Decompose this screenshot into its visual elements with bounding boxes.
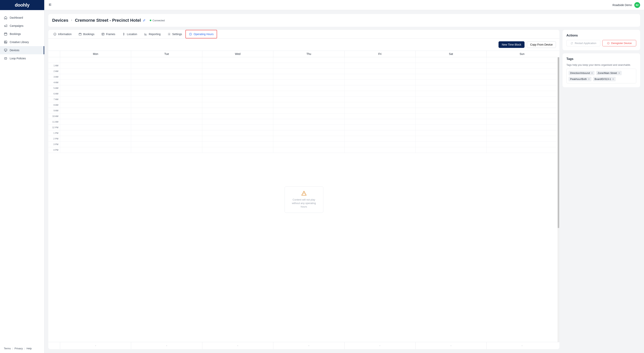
tags-input[interactable]: Direction/Inbound✕Zone/Main Street✕Peakh… <box>566 69 636 84</box>
hour-cell[interactable] <box>60 74 131 80</box>
hour-cell[interactable] <box>131 68 202 74</box>
hour-cell[interactable] <box>202 114 273 119</box>
hour-cell[interactable] <box>60 114 131 119</box>
avatar[interactable]: BZ <box>634 2 640 8</box>
tab-information[interactable]: Information <box>50 30 75 38</box>
copy-from-device-button[interactable]: Copy From Device <box>527 41 556 48</box>
nav-loop-policies[interactable]: Loop Policies <box>0 54 44 62</box>
hour-cell[interactable] <box>60 85 131 91</box>
hour-cell[interactable] <box>273 108 344 113</box>
hour-cell[interactable] <box>131 136 202 142</box>
hour-cell[interactable] <box>344 136 415 142</box>
hour-cell[interactable] <box>486 114 558 119</box>
hour-cell[interactable] <box>344 125 415 130</box>
hour-cell[interactable] <box>202 130 273 136</box>
hour-cell[interactable] <box>344 119 415 124</box>
nav-devices[interactable]: Devices <box>0 46 44 54</box>
hour-cell[interactable] <box>131 63 202 68</box>
hour-cell[interactable] <box>486 130 558 136</box>
hour-cell[interactable] <box>273 147 344 153</box>
hour-cell[interactable] <box>131 108 202 113</box>
hour-cell[interactable] <box>486 142 558 147</box>
hour-cell[interactable] <box>60 96 131 102</box>
scrollbar[interactable] <box>558 57 560 342</box>
hour-cell[interactable] <box>486 147 558 153</box>
hour-cell[interactable] <box>202 80 273 85</box>
schedule-grid[interactable]: 1 AM2 AM3 AM4 AM5 AM6 AM7 AM8 AM9 AM10 A… <box>48 57 560 342</box>
hour-cell[interactable] <box>60 108 131 113</box>
nav-dashboard[interactable]: Dashboard <box>0 14 44 22</box>
hour-cell[interactable] <box>486 63 558 68</box>
hour-cell[interactable] <box>415 96 486 102</box>
hour-cell[interactable] <box>486 108 558 113</box>
tab-location[interactable]: Location <box>119 30 141 38</box>
account-name[interactable]: Roadside Demo <box>612 4 632 6</box>
nav-bookings[interactable]: Bookings <box>0 30 44 38</box>
hour-cell[interactable] <box>202 142 273 147</box>
hour-cell[interactable] <box>131 85 202 91</box>
tab-reporting[interactable]: Reporting <box>141 30 164 38</box>
nav-creative-library[interactable]: Creative Library <box>0 38 44 46</box>
hour-cell[interactable] <box>131 142 202 147</box>
tab-settings[interactable]: Settings <box>164 30 186 38</box>
hour-cell[interactable] <box>273 96 344 102</box>
hour-cell[interactable] <box>202 125 273 130</box>
tab-bookings[interactable]: Bookings <box>75 30 98 38</box>
tab-operating-hours[interactable]: Operating Hours <box>186 30 217 38</box>
hour-cell[interactable] <box>415 136 486 142</box>
hour-cell[interactable] <box>131 91 202 96</box>
hour-cell[interactable] <box>202 85 273 91</box>
hour-cell[interactable] <box>486 68 558 74</box>
nav-campaigns[interactable]: Campaigns <box>0 22 44 30</box>
hour-cell[interactable] <box>415 85 486 91</box>
hour-cell[interactable] <box>415 63 486 68</box>
hour-cell[interactable] <box>60 147 131 153</box>
hour-cell[interactable] <box>273 80 344 85</box>
hour-cell[interactable] <box>344 96 415 102</box>
hour-cell[interactable] <box>273 102 344 108</box>
hour-cell[interactable] <box>273 114 344 119</box>
hour-cell[interactable] <box>273 63 344 68</box>
hour-cell[interactable] <box>344 68 415 74</box>
hour-cell[interactable] <box>60 130 131 136</box>
tag-remove-icon[interactable]: ✕ <box>618 72 620 74</box>
hour-cell[interactable] <box>415 125 486 130</box>
hour-cell[interactable] <box>273 85 344 91</box>
hour-cell[interactable] <box>60 136 131 142</box>
hour-cell[interactable] <box>273 142 344 147</box>
footer-terms[interactable]: Terms <box>4 347 11 350</box>
hour-cell[interactable] <box>415 114 486 119</box>
hour-cell[interactable] <box>415 68 486 74</box>
hour-cell[interactable] <box>273 119 344 124</box>
deregister-device-button[interactable]: Deregister Device <box>602 40 636 46</box>
hour-cell[interactable] <box>202 63 273 68</box>
hour-cell[interactable] <box>415 130 486 136</box>
hour-cell[interactable] <box>344 91 415 96</box>
hour-cell[interactable] <box>415 102 486 108</box>
logo[interactable]: doohly <box>0 0 44 10</box>
hour-cell[interactable] <box>486 102 558 108</box>
hour-cell[interactable] <box>60 91 131 96</box>
hour-cell[interactable] <box>273 130 344 136</box>
tag-remove-icon[interactable]: ✕ <box>591 72 593 74</box>
hour-cell[interactable] <box>415 142 486 147</box>
hour-cell[interactable] <box>344 147 415 153</box>
hour-cell[interactable] <box>131 130 202 136</box>
hour-cell[interactable] <box>202 74 273 80</box>
hour-cell[interactable] <box>131 74 202 80</box>
hour-cell[interactable] <box>344 142 415 147</box>
hour-cell[interactable] <box>486 91 558 96</box>
hour-cell[interactable] <box>60 125 131 130</box>
hour-cell[interactable] <box>273 91 344 96</box>
hour-cell[interactable] <box>344 108 415 113</box>
hour-cell[interactable] <box>415 108 486 113</box>
tag-remove-icon[interactable]: ✕ <box>612 78 614 80</box>
hour-cell[interactable] <box>344 130 415 136</box>
hour-cell[interactable] <box>60 63 131 68</box>
hour-cell[interactable] <box>273 74 344 80</box>
hour-cell[interactable] <box>344 63 415 68</box>
hour-cell[interactable] <box>344 85 415 91</box>
hour-cell[interactable] <box>60 119 131 124</box>
hour-cell[interactable] <box>344 80 415 85</box>
hour-cell[interactable] <box>60 68 131 74</box>
